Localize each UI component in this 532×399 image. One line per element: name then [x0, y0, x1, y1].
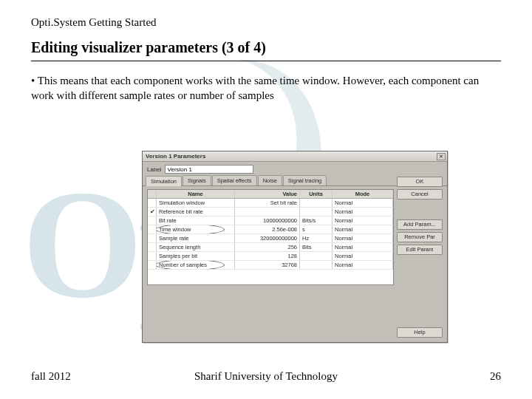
- cancel-button[interactable]: Cancel: [397, 189, 443, 200]
- row-value[interactable]: 32768: [235, 261, 300, 269]
- dialog-title: Version 1 Parameters: [146, 153, 205, 160]
- row-value[interactable]: Set bit rate: [235, 199, 300, 207]
- row-mode[interactable]: Normal: [332, 243, 393, 251]
- row-mark: [148, 252, 157, 260]
- label-caption: Label: [147, 166, 162, 173]
- table-row[interactable]: ✔Reference bit rateNormal: [148, 208, 393, 216]
- row-mark: [148, 234, 157, 242]
- tab-spatial-effects[interactable]: Spatial effects: [212, 175, 257, 185]
- row-mode[interactable]: Normal: [332, 225, 393, 233]
- row-mark: [148, 261, 157, 269]
- tab-noise[interactable]: Noise: [258, 175, 282, 185]
- row-mode[interactable]: Normal: [332, 216, 393, 225]
- row-mark: ✔: [148, 208, 157, 216]
- parameters-dialog: Version 1 Parameters ✕ Label Simulation …: [142, 151, 448, 343]
- table-row[interactable]: Time window2.56e-008sNormal: [148, 225, 393, 234]
- footer-page-number: 26: [490, 370, 501, 383]
- col-units: Units: [300, 190, 332, 198]
- row-name: Bit rate: [157, 216, 235, 225]
- body-paragraph: • This means that each component works w…: [31, 73, 501, 103]
- row-mode[interactable]: Normal: [332, 208, 393, 216]
- heading-rule: [31, 61, 501, 61]
- row-name: Reference bit rate: [157, 208, 235, 216]
- row-units: Bits/s: [300, 216, 332, 225]
- row-mark: [148, 243, 157, 251]
- label-row: Label: [143, 162, 447, 175]
- row-mark: [148, 199, 157, 207]
- row-value[interactable]: 10000000000: [235, 216, 300, 225]
- row-name: Samples per bit: [157, 252, 235, 260]
- row-value[interactable]: 320000000000: [235, 234, 300, 242]
- grid-header: Name Value Units Mode: [148, 190, 393, 199]
- row-name: Time window: [157, 225, 235, 233]
- row-mark: [148, 216, 157, 225]
- table-row[interactable]: Simulation windowSet bit rateNormal: [148, 199, 393, 208]
- row-units: [300, 208, 332, 216]
- remove-param-button[interactable]: Remove Par: [397, 232, 443, 242]
- tab-signal-tracing[interactable]: Signal tracing: [283, 175, 327, 185]
- row-name: Number of samples: [157, 261, 235, 269]
- row-mode[interactable]: Normal: [332, 261, 393, 269]
- close-button[interactable]: ✕: [437, 153, 446, 160]
- tab-signals[interactable]: Signals: [183, 175, 211, 185]
- parameter-grid: Name Value Units Mode Simulation windowS…: [147, 189, 394, 285]
- row-units: Bits: [300, 243, 332, 251]
- row-value[interactable]: 128: [235, 252, 300, 260]
- row-value[interactable]: 256: [235, 243, 300, 251]
- table-row[interactable]: Bit rate10000000000Bits/sNormal: [148, 216, 393, 225]
- col-mark: [148, 190, 157, 198]
- ok-button[interactable]: OK: [397, 177, 443, 187]
- row-mode[interactable]: Normal: [332, 234, 393, 242]
- row-units: [300, 252, 332, 260]
- slide-content: Opti.System Getting Started Editing visu…: [0, 0, 532, 103]
- table-row[interactable]: Sequence length256BitsNormal: [148, 243, 393, 252]
- table-row[interactable]: Samples per bit128Normal: [148, 252, 393, 261]
- row-mode[interactable]: Normal: [332, 199, 393, 207]
- row-name: Sample rate: [157, 234, 235, 242]
- table-row[interactable]: Sample rate320000000000HzNormal: [148, 234, 393, 243]
- col-value: Value: [235, 190, 300, 198]
- page-heading: Editing visualizer parameters (3 of 4): [31, 39, 501, 56]
- tab-simulation[interactable]: Simulation: [146, 176, 182, 186]
- row-value[interactable]: 2.56e-008: [235, 225, 300, 233]
- table-row[interactable]: Number of samples32768Normal: [148, 261, 393, 270]
- help-button[interactable]: Help: [397, 327, 443, 338]
- dialog-titlebar[interactable]: Version 1 Parameters ✕: [143, 151, 447, 162]
- edit-param-button[interactable]: Edit Param: [397, 245, 443, 255]
- row-mode[interactable]: Normal: [332, 252, 393, 260]
- row-value[interactable]: [235, 208, 300, 216]
- row-mark: [148, 225, 157, 233]
- row-units: [300, 261, 332, 269]
- footer-center: Sharif University of Technology: [0, 370, 532, 383]
- row-units: [300, 199, 332, 207]
- label-input[interactable]: [165, 165, 253, 174]
- dialog-button-column: OK Cancel Add Param... Remove Par Edit P…: [397, 177, 443, 255]
- row-units: s: [300, 225, 332, 233]
- col-name: Name: [157, 190, 235, 198]
- row-units: Hz: [300, 234, 332, 242]
- row-name: Simulation window: [157, 199, 235, 207]
- row-name: Sequence length: [157, 243, 235, 251]
- add-param-button[interactable]: Add Param...: [397, 219, 443, 230]
- col-mode: Mode: [332, 190, 393, 198]
- document-title: Opti.System Getting Started: [31, 16, 501, 29]
